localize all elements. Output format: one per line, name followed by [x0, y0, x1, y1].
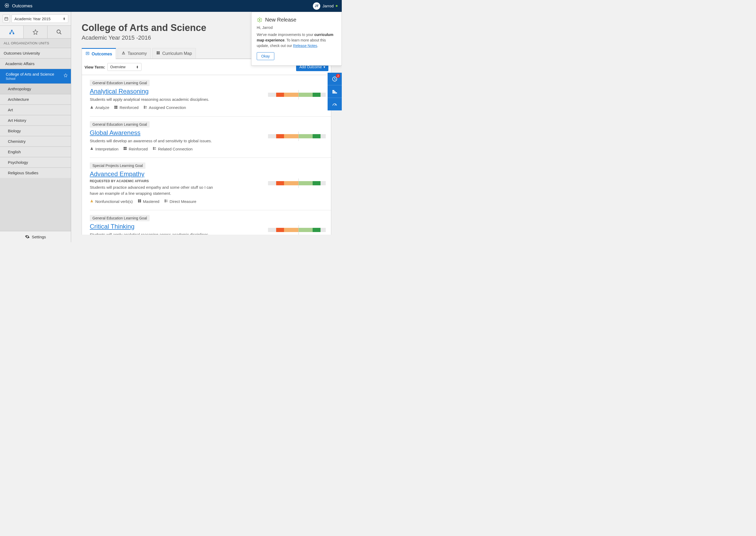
- outcome-description: Students will practice advanced empathy …: [90, 184, 221, 196]
- view-term-select[interactable]: Overview ▲▼: [107, 63, 142, 71]
- tree-item-child[interactable]: Art History: [0, 115, 71, 125]
- meta-connection: Direct Measure: [164, 199, 196, 204]
- svg-line-77: [335, 104, 336, 106]
- svg-point-3: [5, 5, 6, 6]
- outcome-title-link[interactable]: Global Awareness: [90, 129, 141, 137]
- distribution-bar: [268, 181, 326, 185]
- meta-taxonomy: Interpretation: [90, 147, 118, 151]
- outcome-description: Students will develop an awareness of an…: [90, 138, 221, 144]
- svg-rect-46: [153, 147, 154, 148]
- meta-map: Mastered: [138, 199, 160, 204]
- meta-taxonomy: Analyze: [90, 105, 109, 110]
- star-icon: [33, 29, 38, 35]
- svg-point-5: [5, 4, 6, 5]
- view-term-label: View Term:: [84, 65, 105, 69]
- svg-rect-40: [146, 108, 147, 108]
- svg-rect-35: [116, 107, 117, 109]
- tree-item-child[interactable]: Biology: [0, 125, 71, 136]
- outcome-badge: General Education Learning Goal: [90, 215, 149, 221]
- svg-point-1: [6, 3, 7, 4]
- outcome-title-link[interactable]: Analytical Reasoning: [90, 88, 148, 95]
- app-title: Outcomes: [12, 3, 32, 9]
- meta-connection: Related Connection: [152, 147, 193, 151]
- release-icon: [257, 17, 262, 23]
- term-select-label: Academic Year 2015: [15, 17, 51, 21]
- rail-activity-button[interactable]: 2: [328, 73, 342, 85]
- outcome-card: General Education Learning GoalGlobal Aw…: [90, 117, 331, 158]
- svg-rect-9: [5, 17, 8, 20]
- meta-map: Reinforced: [123, 147, 148, 151]
- taxonomy-icon: [90, 199, 94, 204]
- outcome-meta-row: InterpretationReinforcedRelated Connecti…: [90, 147, 260, 151]
- rail-dashboard-button[interactable]: [328, 98, 342, 111]
- svg-rect-74: [333, 92, 337, 93]
- svg-rect-47: [153, 148, 154, 149]
- popover-greeting: Hi, Jarrod: [257, 25, 336, 30]
- taxonomy-icon: [90, 147, 94, 151]
- meta-connection: Assigned Connection: [143, 105, 186, 110]
- term-select[interactable]: Academic Year 2015 ▲▼: [12, 15, 68, 23]
- outcome-title-link[interactable]: Critical Thinking: [90, 223, 134, 230]
- svg-rect-42: [124, 147, 125, 148]
- svg-rect-36: [144, 106, 145, 107]
- svg-point-8: [8, 6, 8, 7]
- svg-point-80: [259, 21, 260, 22]
- popover-okay-button[interactable]: Okay: [257, 52, 274, 60]
- settings-button[interactable]: Settings: [0, 231, 71, 242]
- calendar-button[interactable]: [3, 15, 10, 23]
- svg-point-7: [5, 6, 6, 7]
- view-tab-search[interactable]: [48, 26, 71, 38]
- svg-point-82: [261, 19, 262, 20]
- tab-curriculum-map[interactable]: Curriculum Map: [152, 48, 196, 58]
- tree-item-level1[interactable]: Academic Affairs: [0, 58, 71, 69]
- release-notes-link[interactable]: Release Notes: [293, 44, 317, 48]
- curriculum-map-icon: [156, 51, 160, 56]
- view-tab-favorites[interactable]: [24, 26, 47, 38]
- bar-steps-icon: [332, 89, 338, 94]
- svg-point-2: [6, 7, 7, 8]
- brand: Outcomes: [4, 3, 32, 9]
- status-indicator: [336, 5, 338, 7]
- tab-taxonomy[interactable]: Taxonomy: [117, 48, 151, 58]
- gauge-icon: [332, 101, 338, 107]
- tree-item-root[interactable]: Outcomes University: [0, 48, 71, 58]
- svg-point-83: [258, 18, 259, 19]
- tree-item-child[interactable]: Psychology: [0, 157, 71, 167]
- right-rail: 2: [328, 73, 342, 111]
- svg-rect-30: [158, 53, 160, 54]
- tree-item-child[interactable]: Religious Studies: [0, 167, 71, 178]
- svg-point-78: [259, 19, 260, 21]
- outcome-description: Students will apply analytical reasoning…: [90, 97, 221, 103]
- tree-item-child[interactable]: Art: [0, 105, 71, 115]
- distribution-bar: [268, 134, 326, 138]
- outcome-meta-row: Nonfunctional verb(s)MasteredDirect Meas…: [90, 199, 260, 204]
- tree-item-child[interactable]: Architecture: [0, 94, 71, 105]
- tree-header: ALL ORGANIZATION UNITS: [0, 39, 71, 48]
- popover-text-3: .: [317, 44, 318, 48]
- sidebar: Academic Year 2015 ▲▼ ALL ORGANIZATION U…: [0, 12, 71, 242]
- tab-outcomes[interactable]: Outcomes: [82, 48, 116, 59]
- outcome-requested-by: REQUESTED BY ACADEMIC AFFAIRS: [90, 179, 260, 183]
- meta-map: Reinforced: [114, 105, 139, 110]
- svg-rect-39: [146, 106, 147, 107]
- tree-item-child[interactable]: Anthropology: [0, 84, 71, 94]
- svg-point-79: [259, 17, 260, 18]
- favorite-toggle[interactable]: [64, 73, 68, 78]
- user-menu[interactable]: JT Jarrod: [313, 2, 338, 10]
- svg-rect-58: [165, 202, 166, 202]
- svg-rect-76: [333, 90, 334, 91]
- tree-item-active[interactable]: College of Arts and Science School: [0, 69, 71, 84]
- tree-item-active-type: School: [6, 77, 67, 81]
- outcome-title-link[interactable]: Advanced Empathy: [90, 170, 145, 178]
- svg-line-21: [60, 33, 61, 34]
- outcomes-list[interactable]: General Education Learning GoalAnalytica…: [82, 75, 331, 235]
- outcome-badge: General Education Learning Goal: [90, 80, 149, 86]
- tree-item-child[interactable]: Chemistry: [0, 136, 71, 147]
- rail-reports-button[interactable]: [328, 85, 342, 98]
- outcomes-icon: [85, 51, 89, 56]
- sidebar-view-tabs: [0, 25, 71, 39]
- gear-icon: [25, 234, 30, 239]
- svg-point-81: [257, 19, 258, 20]
- tree-item-child[interactable]: English: [0, 147, 71, 157]
- view-tab-tree[interactable]: [0, 26, 24, 38]
